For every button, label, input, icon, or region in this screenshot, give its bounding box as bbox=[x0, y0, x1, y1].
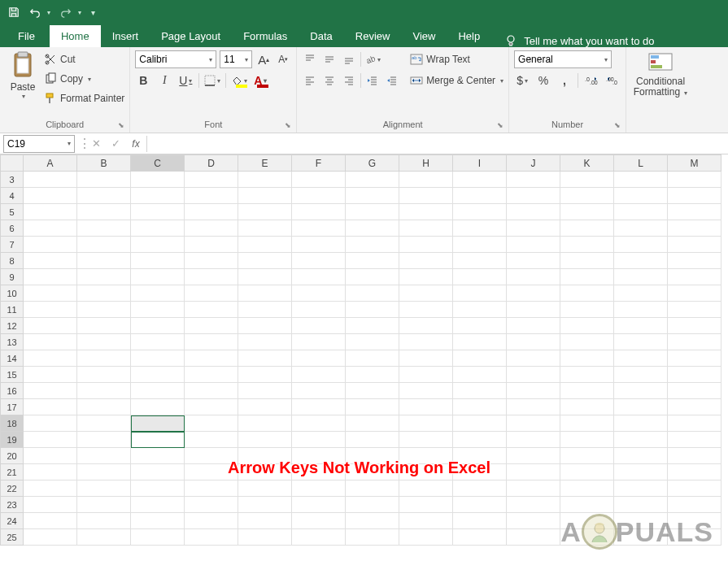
cell-D14[interactable] bbox=[185, 350, 238, 367]
cell-A17[interactable] bbox=[24, 399, 77, 415]
cell-G13[interactable] bbox=[346, 334, 399, 350]
cell-J21[interactable] bbox=[507, 464, 560, 481]
cell-A5[interactable] bbox=[24, 204, 77, 220]
cell-C12[interactable] bbox=[131, 318, 185, 334]
cell-F17[interactable] bbox=[292, 399, 346, 415]
redo-button[interactable] bbox=[57, 3, 75, 21]
decrease-font-button[interactable]: A▾ bbox=[275, 50, 291, 68]
cell-L17[interactable] bbox=[614, 399, 668, 415]
row-header-9[interactable]: 9 bbox=[1, 269, 24, 285]
tab-page-layout[interactable]: Page Layout bbox=[150, 25, 232, 47]
cell-A16[interactable] bbox=[24, 383, 77, 399]
cell-E16[interactable] bbox=[238, 383, 292, 399]
cell-L20[interactable] bbox=[614, 448, 668, 464]
align-middle-button[interactable] bbox=[321, 51, 338, 67]
cell-L16[interactable] bbox=[614, 383, 668, 399]
cell-A10[interactable] bbox=[24, 285, 77, 302]
cell-E13[interactable] bbox=[238, 334, 292, 350]
cell-D13[interactable] bbox=[185, 334, 238, 350]
cell-M23[interactable] bbox=[668, 497, 721, 513]
cell-G15[interactable] bbox=[346, 367, 399, 383]
cell-F6[interactable] bbox=[292, 220, 346, 237]
cell-B3[interactable] bbox=[77, 172, 131, 188]
column-header-F[interactable]: F bbox=[292, 155, 346, 172]
cell-L7[interactable] bbox=[614, 237, 668, 253]
cell-J19[interactable] bbox=[507, 432, 560, 448]
cell-A7[interactable] bbox=[24, 237, 77, 253]
cell-H13[interactable] bbox=[399, 334, 453, 350]
cell-H19[interactable] bbox=[399, 432, 453, 448]
column-header-E[interactable]: E bbox=[238, 155, 292, 172]
cell-L19[interactable] bbox=[614, 432, 668, 448]
cell-I4[interactable] bbox=[453, 188, 507, 204]
cell-J15[interactable] bbox=[507, 367, 560, 383]
cell-E8[interactable] bbox=[238, 253, 292, 269]
save-button[interactable] bbox=[5, 3, 23, 21]
cell-M6[interactable] bbox=[668, 220, 721, 237]
cell-A11[interactable] bbox=[24, 302, 77, 318]
formula-input[interactable] bbox=[149, 135, 728, 153]
row-header-4[interactable]: 4 bbox=[1, 188, 24, 204]
cell-G22[interactable] bbox=[346, 481, 399, 497]
font-dialog-launcher[interactable]: ⬊ bbox=[285, 121, 294, 131]
cell-L3[interactable] bbox=[614, 172, 668, 188]
tab-file[interactable]: File bbox=[10, 25, 50, 47]
cell-I3[interactable] bbox=[453, 172, 507, 188]
row-header-16[interactable]: 16 bbox=[1, 383, 24, 399]
row-header-6[interactable]: 6 bbox=[1, 220, 24, 237]
paste-button[interactable]: Paste ▾ bbox=[5, 50, 41, 107]
cell-E10[interactable] bbox=[238, 285, 292, 302]
cell-A22[interactable] bbox=[24, 481, 77, 497]
row-header-11[interactable]: 11 bbox=[1, 302, 24, 318]
row-header-21[interactable]: 21 bbox=[1, 464, 24, 481]
cell-M15[interactable] bbox=[668, 367, 721, 383]
cell-B5[interactable] bbox=[77, 204, 131, 220]
cell-K4[interactable] bbox=[560, 188, 614, 204]
cell-J25[interactable] bbox=[507, 529, 560, 546]
align-top-button[interactable] bbox=[302, 51, 318, 67]
cell-C20[interactable] bbox=[131, 448, 185, 464]
cell-F5[interactable] bbox=[292, 204, 346, 220]
cell-A24[interactable] bbox=[24, 513, 77, 529]
cell-K16[interactable] bbox=[560, 383, 614, 399]
cell-G11[interactable] bbox=[346, 302, 399, 318]
cell-D12[interactable] bbox=[185, 318, 238, 334]
cell-B14[interactable] bbox=[77, 350, 131, 367]
column-header-D[interactable]: D bbox=[185, 155, 238, 172]
cell-E22[interactable] bbox=[238, 481, 292, 497]
row-header-23[interactable]: 23 bbox=[1, 497, 24, 513]
cell-F16[interactable] bbox=[292, 383, 346, 399]
tab-formulas[interactable]: Formulas bbox=[232, 25, 299, 47]
cell-L23[interactable] bbox=[614, 497, 668, 513]
cell-G17[interactable] bbox=[346, 399, 399, 415]
cell-I18[interactable] bbox=[453, 415, 507, 432]
cell-B12[interactable] bbox=[77, 318, 131, 334]
cell-H8[interactable] bbox=[399, 253, 453, 269]
cell-C4[interactable] bbox=[131, 188, 185, 204]
column-header-G[interactable]: G bbox=[346, 155, 399, 172]
cell-F15[interactable] bbox=[292, 367, 346, 383]
cell-F13[interactable] bbox=[292, 334, 346, 350]
column-header-A[interactable]: A bbox=[24, 155, 77, 172]
cell-H18[interactable] bbox=[399, 415, 453, 432]
cell-B16[interactable] bbox=[77, 383, 131, 399]
font-name-dropdown[interactable]: Calibri ▾ bbox=[135, 50, 216, 68]
cell-M12[interactable] bbox=[668, 318, 721, 334]
cell-L5[interactable] bbox=[614, 204, 668, 220]
cell-M3[interactable] bbox=[668, 172, 721, 188]
cell-D6[interactable] bbox=[185, 220, 238, 237]
cell-K17[interactable] bbox=[560, 399, 614, 415]
cell-H5[interactable] bbox=[399, 204, 453, 220]
align-center-button[interactable] bbox=[321, 72, 338, 89]
bold-button[interactable]: B bbox=[135, 72, 151, 89]
cell-D7[interactable] bbox=[185, 237, 238, 253]
cell-G6[interactable] bbox=[346, 220, 399, 237]
increase-indent-button[interactable] bbox=[384, 72, 400, 89]
cell-F9[interactable] bbox=[292, 269, 346, 285]
cell-M5[interactable] bbox=[668, 204, 721, 220]
cell-C19[interactable] bbox=[131, 432, 185, 448]
cell-B7[interactable] bbox=[77, 237, 131, 253]
paste-dropdown[interactable]: ▾ bbox=[22, 93, 25, 100]
cell-A3[interactable] bbox=[24, 172, 77, 188]
cell-A15[interactable] bbox=[24, 367, 77, 383]
